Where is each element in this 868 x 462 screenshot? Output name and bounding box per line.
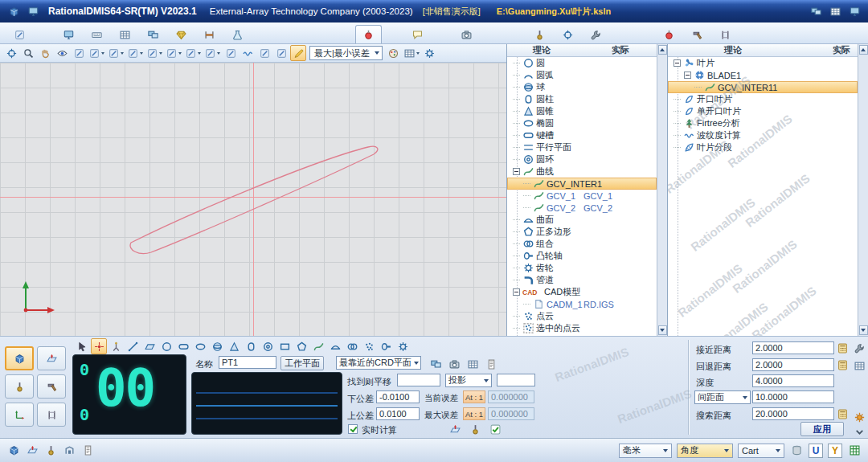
gear-icon[interactable] — [395, 338, 411, 354]
camera-icon[interactable] — [453, 25, 480, 43]
blade-tree-scrollbar[interactable] — [858, 44, 868, 336]
dualmonitor-icon[interactable] — [140, 25, 166, 43]
tree-item-单开口叶片[interactable]: 单开口叶片 — [668, 105, 858, 117]
tree-item-叶片[interactable]: 叶片 — [668, 57, 858, 69]
tree-item-圆弧[interactable]: 圆弧 — [507, 69, 657, 81]
scan-flat-icon[interactable] — [273, 45, 289, 61]
torus-icon[interactable] — [260, 338, 276, 354]
slot-icon[interactable] — [175, 338, 191, 354]
clamp-icon[interactable] — [196, 25, 223, 43]
camera-icon[interactable] — [446, 356, 462, 372]
angle-dropdown[interactable]: 角度 — [677, 444, 733, 458]
realtime-checkbox[interactable] — [348, 424, 358, 434]
model-edit-icon[interactable] — [6, 25, 33, 43]
screen-icon[interactable] — [847, 4, 862, 18]
probe-icon[interactable] — [5, 374, 34, 399]
tree-item-选中的点云[interactable]: 选中的点云 — [507, 322, 657, 334]
probe-flat-icon[interactable] — [88, 45, 106, 61]
y-axis-icon[interactable]: Y — [828, 444, 842, 458]
crosshair-icon[interactable] — [3, 45, 19, 61]
tree-item-GCV_INTER1[interactable]: GCV_INTER1 — [507, 178, 657, 190]
depth-input[interactable]: 4.0000 — [752, 374, 834, 387]
collapse-chevron-icon[interactable] — [853, 425, 866, 438]
eye-icon[interactable] — [54, 45, 70, 61]
monitor-icon[interactable] — [55, 25, 82, 43]
hammer-icon[interactable] — [37, 374, 66, 399]
found-translate-input[interactable] — [397, 374, 440, 386]
polygon-icon[interactable] — [293, 338, 309, 354]
expander-icon[interactable] — [513, 168, 520, 175]
tree-item-点云[interactable]: 点云 — [507, 310, 657, 322]
circle-icon[interactable] — [158, 338, 174, 354]
tree-item-CADM_1[interactable]: CADM_1RD.IGS — [507, 298, 657, 310]
name-input[interactable]: PT1 — [219, 356, 276, 369]
tree-item-GCV_2[interactable]: GCV_2GCV_2 — [507, 202, 657, 214]
machine-icon[interactable] — [62, 444, 76, 458]
pencil-icon[interactable] — [290, 45, 306, 61]
combine-icon[interactable] — [344, 338, 360, 354]
coordinate-dropdown[interactable]: Cart — [738, 444, 784, 458]
tree-item-齿轮[interactable]: 齿轮 — [507, 262, 657, 274]
scroll-up-icon[interactable] — [859, 45, 868, 55]
hammer-icon[interactable] — [684, 25, 710, 43]
tree-item-开口叶片[interactable]: 开口叶片 — [668, 93, 858, 105]
scroll-down-icon[interactable] — [859, 325, 868, 335]
report-icon[interactable] — [483, 356, 499, 372]
tree-item-曲线[interactable]: 曲线 — [507, 166, 657, 178]
cursor-icon[interactable] — [74, 338, 90, 354]
database-icon[interactable] — [789, 444, 804, 458]
tree-item-GCV_INTER11[interactable]: GCV_INTER11 — [668, 81, 858, 93]
probe-angle-icon[interactable] — [107, 45, 125, 61]
search-distance-input[interactable]: 20.0000 — [752, 407, 834, 420]
retract-distance-input[interactable]: 2.0000 — [752, 358, 834, 371]
spacing-face-dropdown[interactable]: 间距面 — [694, 390, 751, 404]
calculator-icon[interactable] — [836, 407, 849, 420]
scroll-up-icon[interactable] — [658, 45, 667, 55]
palette-icon[interactable] — [386, 45, 402, 61]
cloud-icon[interactable] — [361, 338, 377, 354]
probe-icon[interactable] — [43, 444, 58, 458]
comment-icon[interactable] — [404, 25, 431, 43]
wave-icon[interactable] — [240, 45, 256, 61]
checkg-icon[interactable] — [487, 421, 503, 437]
table-strip-icon[interactable] — [853, 359, 866, 372]
crosshair-icon[interactable] — [555, 25, 581, 43]
tree-item-正多边形[interactable]: 正多边形 — [507, 226, 657, 238]
expander-icon[interactable] — [513, 288, 520, 296]
tree-item-圆锥[interactable]: 圆锥 — [507, 105, 657, 117]
hand-icon[interactable] — [37, 45, 53, 61]
probe-star-icon[interactable] — [203, 45, 222, 61]
keyboard-icon[interactable] — [84, 25, 110, 43]
settings-gear-icon[interactable] — [853, 411, 866, 423]
magnify-icon[interactable] — [20, 45, 36, 61]
unit-dropdown[interactable]: 毫米 — [619, 444, 672, 458]
datum-icon[interactable] — [447, 421, 463, 437]
spacing-face-input[interactable]: 10.0000 — [752, 390, 834, 403]
probe-cup-icon[interactable] — [184, 45, 203, 61]
diamond-icon[interactable] — [168, 25, 194, 43]
tree-item-组合[interactable]: 组合 — [507, 238, 657, 250]
layout-icon[interactable] — [828, 4, 842, 18]
point-icon[interactable] — [91, 338, 107, 354]
tree-item-BLADE1[interactable]: BLADE1 — [668, 69, 858, 81]
calculator-icon[interactable] — [836, 358, 849, 371]
line-icon[interactable] — [125, 338, 141, 354]
grid-icon[interactable] — [847, 444, 862, 458]
tree-item-凸轮轴[interactable]: 凸轮轴 — [507, 250, 657, 262]
gear-icon[interactable] — [422, 45, 438, 61]
caliper-icon[interactable] — [37, 403, 66, 427]
curve-icon[interactable] — [310, 338, 326, 354]
tool-strip-icon[interactable] — [853, 341, 866, 354]
cube-icon[interactable] — [6, 444, 21, 458]
table-icon[interactable] — [403, 45, 421, 61]
table-icon[interactable] — [465, 356, 481, 372]
scroll-down-icon[interactable] — [658, 325, 667, 335]
dualmonitor-icon[interactable] — [428, 356, 444, 372]
tree-item-平行平面[interactable]: 平行平面 — [507, 141, 657, 153]
error-mode-dropdown[interactable]: 最大|最小误差 — [309, 46, 383, 60]
tree-item-CAD模型[interactable]: CADCAD模型 — [507, 286, 657, 298]
tripod-icon[interactable] — [108, 338, 124, 354]
lasso-icon[interactable] — [71, 45, 87, 61]
tree-item-球[interactable]: 球 — [507, 81, 657, 93]
viewport-3d[interactable] — [0, 63, 506, 336]
